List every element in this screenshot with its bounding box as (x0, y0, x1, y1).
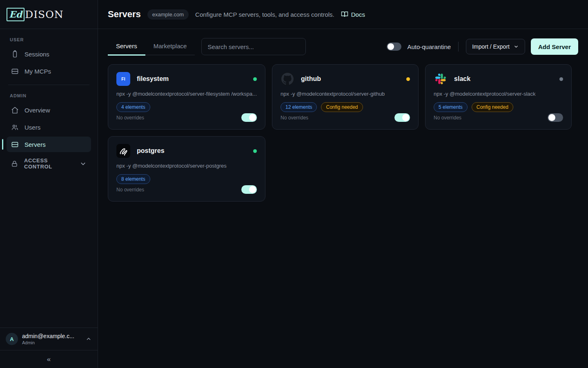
content: Servers Marketplace Auto-quarantine Impo… (98, 29, 588, 202)
server-card-postgres[interactable]: postgresnpx -y @modelcontextprotocol/ser… (108, 136, 265, 202)
logo[interactable]: Ed DISON (0, 0, 98, 29)
server-card-github[interactable]: githubnpx -y @modelcontextprotocol/serve… (272, 64, 419, 130)
badge-row: 12 elementsConfig needed (281, 102, 410, 112)
sidebar-item-label: ACCESS CONTROL (24, 157, 74, 170)
book-open-icon (341, 11, 348, 18)
server-icon (11, 140, 19, 148)
clipboard-icon (11, 50, 19, 58)
filesystem-icon: FI (116, 72, 130, 86)
tab-servers[interactable]: Servers (108, 38, 145, 56)
user-meta: admin@example.c... Admin (22, 333, 81, 345)
divider (458, 42, 459, 52)
sidebar-section-label: USER (7, 35, 91, 46)
sidebar-item-label: Users (24, 124, 40, 131)
server-enabled-toggle[interactable] (548, 113, 563, 122)
logo-text: DISON (25, 9, 63, 20)
chevron-up-icon (85, 336, 92, 342)
overrides-label: No overrides (116, 115, 144, 121)
sidebar-item-access-control[interactable]: ACCESS CONTROL (7, 154, 91, 173)
overrides-label: No overrides (281, 115, 308, 121)
logo-mark: Ed (7, 8, 24, 21)
import-export-label: Import / Export (472, 43, 510, 50)
server-name: github (301, 75, 321, 83)
add-server-button[interactable]: Add Server (531, 38, 578, 55)
chevron-down-icon (513, 44, 519, 49)
sidebar-section-label: ADMIN (7, 91, 91, 102)
sidebar-spacer (0, 175, 98, 328)
server-card-filesystem[interactable]: FIfilesystemnpx -y @modelcontextprotocol… (108, 64, 265, 130)
import-export-button[interactable]: Import / Export (466, 39, 525, 54)
card-header: slack (434, 72, 563, 86)
server-command: npx -y @modelcontextprotocol/server-post… (116, 163, 257, 169)
card-footer: No overrides (116, 185, 257, 194)
elements-count-badge: 12 elements (281, 102, 317, 112)
toggle-knob (402, 114, 409, 121)
card-footer: No overrides (434, 113, 563, 122)
toolbar-right: Auto-quarantine Import / Export Add Serv… (387, 38, 578, 55)
tabs: Servers Marketplace (108, 38, 195, 55)
server-grid: FIfilesystemnpx -y @modelcontextprotocol… (108, 64, 572, 202)
sidebar-item-label: My MCPs (24, 68, 51, 75)
sidebar-item-users[interactable]: Users (7, 119, 91, 135)
badge-row: 8 elements (116, 174, 257, 184)
elements-count-badge: 5 elements (434, 102, 468, 112)
toggle-knob (388, 43, 394, 50)
server-icon (11, 67, 19, 75)
environment-badge: example.com (147, 9, 189, 20)
docs-link[interactable]: Docs (341, 11, 365, 18)
search-input[interactable] (201, 38, 306, 55)
postgres-icon (116, 144, 130, 158)
server-command: npx -y @modelcontextprotocol/server-file… (116, 91, 257, 97)
users-icon (11, 123, 19, 131)
server-command: npx -y @modelcontextprotocol/server-slac… (434, 91, 563, 97)
sidebar-item-my-mcps[interactable]: My MCPs (7, 63, 91, 79)
badge-row: 4 elements (116, 102, 257, 112)
sidebar-section-divider (8, 85, 89, 85)
server-card-slack[interactable]: slacknpx -y @modelcontextprotocol/server… (425, 64, 572, 130)
sidebar-item-sessions[interactable]: Sessions (7, 46, 91, 62)
card-header: FIfilesystem (116, 72, 257, 86)
overrides-label: No overrides (434, 115, 461, 121)
server-command: npx -y @modelcontextprotocol/server-gith… (281, 91, 410, 97)
collapse-sidebar-button[interactable]: « (0, 350, 98, 368)
page-title: Servers (108, 9, 141, 20)
lock-icon (11, 159, 18, 168)
config-needed-badge: Config needed (472, 102, 513, 112)
server-enabled-toggle[interactable] (394, 113, 410, 122)
main-area: Servers example.com Configure MCP server… (98, 0, 588, 368)
sidebar-nav: USERSessionsMy MCPsADMINOverviewUsersSer… (0, 29, 98, 175)
overrides-label: No overrides (116, 187, 144, 193)
badge-row: 5 elementsConfig needed (434, 102, 563, 112)
sidebar-item-label: Overview (24, 107, 50, 114)
sidebar-item-label: Sessions (24, 51, 49, 58)
docs-label: Docs (351, 11, 365, 18)
toolbar: Servers Marketplace Auto-quarantine Impo… (108, 38, 578, 55)
card-footer: No overrides (281, 113, 410, 122)
page-subtitle: Configure MCP servers, tools, and access… (195, 11, 334, 18)
page-header: Servers example.com Configure MCP server… (98, 0, 588, 29)
sidebar-item-servers[interactable]: Servers (7, 137, 91, 152)
chevron-down-icon (79, 160, 87, 168)
tab-marketplace[interactable]: Marketplace (145, 38, 195, 56)
avatar: A (6, 333, 18, 345)
card-header: github (281, 72, 410, 86)
user-role: Admin (22, 340, 81, 345)
sidebar-item-overview[interactable]: Overview (7, 102, 91, 118)
sidebar-item-label: Servers (24, 141, 46, 148)
toggle-knob (249, 186, 256, 193)
server-enabled-toggle[interactable] (241, 113, 257, 122)
server-name: filesystem (137, 75, 169, 83)
server-enabled-toggle[interactable] (241, 185, 257, 194)
elements-count-badge: 8 elements (116, 174, 150, 184)
auto-quarantine-toggle[interactable] (387, 43, 401, 51)
user-menu[interactable]: A admin@example.c... Admin (0, 328, 98, 350)
user-email: admin@example.c... (22, 333, 81, 339)
toggle-knob (548, 114, 555, 121)
toggle-knob (249, 114, 256, 121)
status-dot-green (253, 149, 257, 153)
status-dot-amber (406, 77, 410, 81)
status-dot-gray (559, 77, 563, 81)
slack-icon (434, 72, 448, 86)
auto-quarantine-label: Auto-quarantine (407, 43, 451, 50)
github-icon (281, 72, 294, 86)
